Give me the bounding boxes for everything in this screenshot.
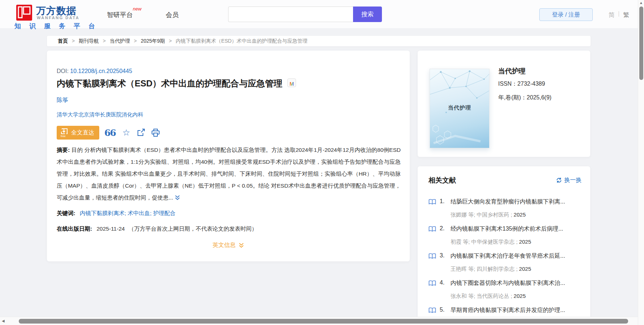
lang-divider: | [618, 10, 619, 17]
related-item-year: 2025 [519, 239, 531, 245]
refresh-related-button[interactable]: 换一换 [556, 176, 582, 184]
cite-icon[interactable]: 66 [104, 126, 116, 140]
vertical-scrollbar[interactable]: ▲ [638, 0, 644, 325]
abstract-label: 摘要: [57, 147, 70, 153]
journal-cover-title: 当代护理 [430, 104, 489, 111]
print-icon[interactable] [151, 126, 160, 140]
related-item-title[interactable]: 内镜下圈套器切除术与内镜黏膜下剥离术治... [451, 279, 580, 287]
login-register-button[interactable]: 登录 / 注册 [539, 8, 593, 21]
english-info-toggle[interactable]: 英文信息 [47, 241, 410, 249]
keywords-label: 关键词: [57, 210, 75, 216]
journal-panel: 当代护理 当代护理 ISSN：2732-4389 年,卷(期)：2025,6(9… [418, 51, 590, 157]
related-articles-panel: 相关文献 换一换 1. 结肠巨大侧向发育型肿瘤行内镜黏膜下剥离... 张媚娜 等… [418, 166, 590, 325]
article-title: 内镜下黏膜剥离术（ESD）术中出血的护理配合与应急管理M [57, 77, 400, 90]
keyword-link[interactable]: 护理配合 [153, 210, 175, 216]
related-item-authors: 初霞 等; [451, 239, 471, 245]
doi-row: DOI: 10.12208/j.cn.20250445 [57, 68, 132, 74]
breadcrumb-current: 内镜下黏膜剥离术（ESD）术中出血的护理配合与应急管理 [176, 38, 308, 44]
online-date-label: 在线出版日期: [57, 226, 92, 232]
affiliation-link[interactable]: 清华大学北京清华长庚医院消化内科 [57, 111, 143, 118]
related-item-title[interactable]: 早期胃癌内镜黏膜下剥离术后并发症的护理... [451, 307, 580, 314]
related-item-authors: 王艳晖 等; [451, 266, 477, 272]
scroll-up-arrow[interactable]: ▲ [639, 1, 643, 5]
online-date-row: 在线出版日期: 2025-11-24 （万方平台首次上网日期，不代表论文的发表时… [57, 225, 257, 233]
search-input[interactable] [228, 7, 353, 22]
breadcrumb-separator: > [103, 38, 106, 44]
new-badge: new [133, 6, 142, 12]
lang-simplified-toggle[interactable]: 简 [609, 11, 615, 19]
header: 万方数据 WANFANG DATA 知 识 服 务 平 台 智研平台 new 会… [0, 0, 644, 28]
related-item-title[interactable]: 内镜黏膜下剥离术治疗老年食管早癌术后延... [451, 252, 580, 260]
download-free-icon: free [60, 128, 69, 139]
related-item-source: 中华保健医学杂志 ; [471, 239, 518, 245]
brand-tagline: 知 识 服 务 平 台 [14, 22, 98, 30]
metrics-badge[interactable]: M [287, 78, 296, 87]
related-item-year: 2025 [519, 266, 531, 272]
breadcrumb-separator: > [134, 38, 137, 44]
abstract: 摘要: 目的 分析内镜下黏膜剥离术（ESD）患者术中出血时的护理配合以及应急管理… [57, 144, 401, 204]
nav-member[interactable]: 会员 [166, 10, 179, 19]
nav-zhiyan-platform[interactable]: 智研平台 new [107, 10, 133, 19]
horizontal-scrollbar[interactable]: ◀ [0, 317, 638, 325]
related-item-title[interactable]: 经内镜黏膜下剥离术135例的术前术后病理... [451, 225, 580, 233]
favorite-star-icon[interactable]: ☆ [122, 126, 130, 140]
author-link[interactable]: 陈筝 [57, 97, 68, 104]
breadcrumb-separator: > [72, 38, 75, 44]
book-icon [428, 253, 436, 261]
share-icon[interactable] [137, 126, 145, 140]
vertical-scrollbar-thumb[interactable] [639, 7, 643, 80]
svg-text:free: free [61, 134, 66, 138]
book-icon [428, 199, 436, 206]
related-item-source: 当代医药论丛 ; [477, 293, 512, 299]
keyword-link[interactable]: 内镜下黏膜剥离术 [80, 210, 125, 216]
abstract-expand-icon[interactable] [175, 192, 180, 204]
related-item-title[interactable]: 结肠巨大侧向发育型肿瘤行内镜黏膜下剥离... [451, 198, 580, 206]
related-item-year: 2025 [514, 211, 526, 218]
related-item-year: 2025 [514, 293, 526, 299]
breadcrumb-issue[interactable]: 2025年9期 [141, 38, 165, 44]
related-item-source: 四川解剖学杂志 ; [477, 266, 518, 272]
keywords-row: 关键词: 内镜下黏膜剥离术; 术中出血; 护理配合 [57, 210, 175, 217]
related-item-source: 中国乡村医药 ; [477, 211, 512, 218]
abstract-text: 目的 分析内镜下黏膜剥离术（ESD）患者术中出血时的护理配合以及应急管理。方法 … [57, 147, 401, 201]
breadcrumb: 首页 > 期刊导航 > 当代护理 > 2025年9期 > 内镜下黏膜剥离术（ES… [47, 36, 591, 46]
breadcrumb-journal-nav[interactable]: 期刊导航 [79, 38, 99, 44]
wanfang-logo-icon [16, 4, 32, 21]
horizontal-scrollbar-thumb[interactable] [19, 319, 628, 324]
related-title: 相关文献 [428, 176, 456, 185]
journal-name: 当代护理 [498, 67, 526, 76]
book-icon [428, 307, 436, 315]
book-icon [428, 280, 436, 288]
breadcrumb-separator: > [169, 38, 172, 44]
brand-name-en: WANFANG DATA [37, 16, 79, 20]
fulltext-button[interactable]: free 全文直达 [57, 126, 99, 140]
lang-traditional-toggle[interactable]: 繁 [623, 11, 629, 19]
wanfang-logo[interactable]: 万方数据 WANFANG DATA 知 识 服 务 平 台 [14, 4, 97, 26]
page: 万方数据 WANFANG DATA 知 识 服 务 平 台 智研平台 new 会… [0, 0, 644, 325]
online-date-value: 2025-11-24 [96, 226, 125, 232]
journal-issn: ISSN：2732-4389 [498, 80, 545, 88]
breadcrumb-journal[interactable]: 当代护理 [110, 38, 130, 44]
scroll-left-arrow[interactable]: ◀ [2, 319, 5, 323]
doi-link[interactable]: 10.12208/j.cn.20250445 [70, 68, 132, 74]
journal-cover[interactable]: 当代护理 [430, 69, 489, 148]
related-item-authors: 张媚娜 等; [451, 211, 477, 218]
article-panel: DOI: 10.12208/j.cn.20250445 内镜下黏膜剥离术（ESD… [47, 51, 410, 261]
search-button[interactable]: 搜索 [353, 7, 382, 22]
journal-volume-issue: 年,卷(期)：2025,6(9) [498, 94, 552, 102]
breadcrumb-home[interactable]: 首页 [58, 38, 68, 44]
related-item-authors: 张永和 等; [451, 293, 477, 299]
online-date-note: （万方平台首次上网日期，不代表论文的发表时间） [129, 226, 257, 232]
doi-label: DOI: [57, 68, 69, 74]
refresh-icon [556, 177, 562, 183]
search-box: 搜索 [228, 7, 382, 22]
book-icon [428, 226, 436, 234]
keyword-link[interactable]: 术中出血 [128, 210, 150, 216]
